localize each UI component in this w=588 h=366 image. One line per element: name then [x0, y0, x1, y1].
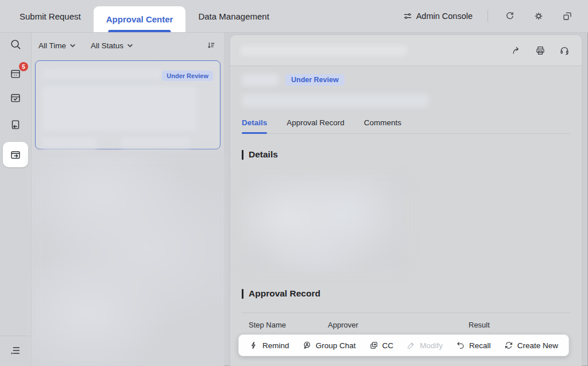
approved-tray-icon: [9, 91, 22, 104]
sidebar-item-submitted[interactable]: [3, 142, 28, 167]
blurred-card-footer-left: [42, 138, 97, 149]
top-bar: Submit Request Approval Center Data Mana…: [0, 0, 588, 33]
print-button[interactable]: [533, 44, 547, 57]
detail-content: Under Review Details Approval Record Com…: [230, 66, 582, 366]
detail-status-badge: Under Review: [285, 74, 345, 86]
blurred-card-title: [42, 69, 162, 78]
sidebar-item-pending[interactable]: 5: [8, 66, 23, 81]
approval-detail-panel: Under Review Details Approval Record Com…: [230, 34, 582, 366]
sidebar-item-approved[interactable]: [8, 90, 23, 105]
top-tab-bar: Submit Request Approval Center Data Mana…: [0, 0, 282, 32]
create-new-button[interactable]: Create New: [504, 341, 558, 350]
blurred-card-footer-right: [121, 138, 190, 148]
submitted-tray-icon: [9, 148, 22, 161]
tab-details[interactable]: Details: [242, 118, 267, 133]
app-body: 5: [0, 33, 588, 366]
recall-button[interactable]: Recall: [456, 341, 491, 350]
detail-header-actions: [509, 44, 571, 57]
active-tab-underline: [108, 30, 171, 32]
column-result: Result: [469, 321, 570, 329]
share-button[interactable]: [509, 44, 523, 57]
detail-header: [230, 35, 582, 66]
approval-list-panel: All Time All Status Under Review: [32, 33, 224, 366]
notification-badge: 5: [19, 62, 28, 71]
sort-button[interactable]: [207, 41, 216, 50]
blurred-details-content: [242, 175, 408, 271]
sort-descending-icon: [207, 41, 216, 50]
tab-approval-center[interactable]: Approval Center: [94, 6, 186, 32]
modify-button[interactable]: Modify: [407, 341, 443, 350]
pencil-icon: [407, 341, 416, 350]
approval-record-section-title: Approval Record: [249, 288, 320, 299]
card-status-badge: Under Review: [162, 71, 213, 81]
printer-icon: [535, 45, 546, 56]
details-section-heading: Details: [242, 149, 570, 160]
undo-icon: [456, 341, 465, 350]
topbar-divider: [488, 10, 488, 22]
app-window: Submit Request Approval Center Data Mana…: [0, 0, 588, 366]
popout-window-button[interactable]: [560, 9, 574, 23]
tab-approval-record[interactable]: Approval Record: [287, 118, 345, 133]
remind-button[interactable]: Remind: [249, 341, 289, 350]
time-filter-dropdown[interactable]: All Time: [38, 41, 76, 50]
blurred-detail-subtitle: [242, 94, 428, 107]
group-chat-label: Group Chat: [316, 341, 356, 350]
create-new-label: Create New: [517, 341, 558, 350]
sidebar-divider: [0, 336, 32, 336]
blurred-requester-name: [242, 74, 278, 86]
tab-comments[interactable]: Comments: [364, 118, 401, 133]
share-icon: [511, 45, 521, 56]
admin-console-label: Admin Console: [416, 11, 473, 21]
refresh-icon: [505, 11, 515, 21]
cc-label: CC: [382, 341, 394, 350]
section-heading-bar: [242, 150, 243, 160]
settings-button[interactable]: [532, 9, 546, 23]
cc-button[interactable]: CC: [369, 341, 394, 350]
tab-data-management[interactable]: Data Management: [185, 0, 281, 32]
time-filter-label: All Time: [38, 41, 66, 50]
detail-tab-bar: Details Approval Record Comments: [242, 118, 570, 134]
cc-icon: [369, 341, 378, 350]
received-doc-icon: [9, 118, 22, 131]
refresh-button[interactable]: [503, 9, 517, 23]
details-section-title: Details: [249, 149, 278, 160]
sidebar-more-button[interactable]: [8, 343, 23, 358]
record-table-divider: [242, 313, 570, 313]
list-filter-bar: All Time All Status: [32, 33, 224, 58]
column-step-name: Step Name: [249, 321, 328, 329]
tab-approval-center-label: Approval Center: [106, 14, 173, 24]
sliders-icon: [403, 11, 412, 21]
headset-icon: [559, 45, 570, 56]
left-sidebar: 5: [0, 33, 32, 366]
popout-icon: [562, 11, 572, 21]
group-chat-icon: [303, 341, 312, 350]
refresh-cw-icon: [504, 341, 513, 350]
section-heading-bar: [242, 289, 243, 299]
record-table-header: Step Name Approver Result: [242, 321, 570, 329]
blurred-detail-title: [241, 45, 407, 56]
card-footer: [42, 138, 213, 149]
chevron-down-icon: [69, 43, 76, 49]
chevron-down-icon: [127, 43, 133, 49]
sidebar-search-button[interactable]: [8, 37, 23, 52]
approval-record-section-heading: Approval Record: [242, 288, 570, 299]
admin-console-button[interactable]: Admin Console: [403, 11, 473, 21]
blurred-list-content: [32, 153, 224, 366]
sidebar-item-received[interactable]: [8, 117, 23, 132]
lightning-icon: [249, 341, 258, 350]
search-icon: [9, 38, 22, 51]
support-button[interactable]: [558, 44, 571, 57]
status-filter-dropdown[interactable]: All Status: [91, 41, 133, 50]
action-toolbar: Remind Group Chat: [238, 334, 569, 356]
remind-label: Remind: [262, 341, 289, 350]
recall-label: Recall: [469, 341, 491, 350]
group-chat-button[interactable]: Group Chat: [303, 341, 356, 350]
detail-status-row: Under Review: [242, 74, 570, 86]
topbar-actions: Admin Console: [403, 0, 588, 32]
blurred-card-body: [42, 86, 196, 131]
menu-list-icon: [9, 344, 22, 357]
status-filter-label: All Status: [91, 41, 123, 50]
modify-label: Modify: [420, 341, 443, 350]
tab-submit-request[interactable]: Submit Request: [7, 0, 94, 32]
approval-request-card[interactable]: Under Review: [35, 60, 220, 149]
